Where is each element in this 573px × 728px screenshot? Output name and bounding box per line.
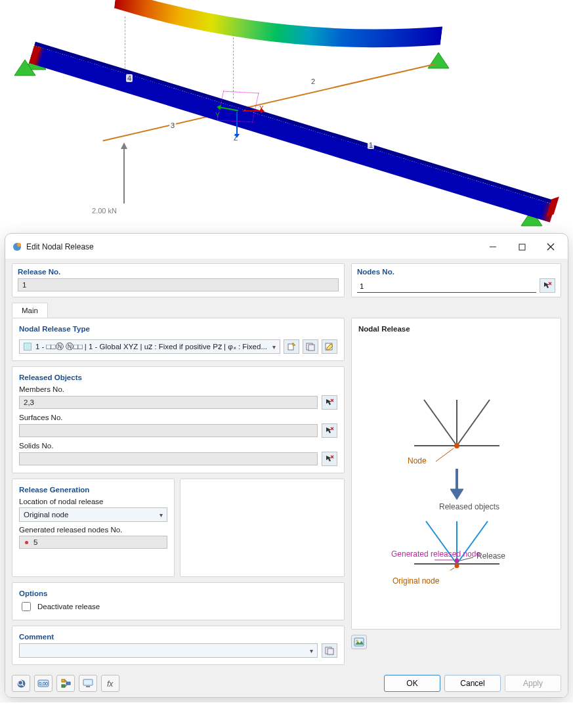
- nodes-no-input[interactable]: [357, 280, 536, 293]
- type-edit-button[interactable]: [322, 339, 337, 354]
- chevron-down-icon: ▾: [310, 647, 313, 654]
- trace-dash-mid: [233, 34, 234, 98]
- tab-main[interactable]: Main: [12, 303, 48, 318]
- pick-node-button[interactable]: [540, 278, 555, 293]
- location-value: Original node: [24, 511, 68, 519]
- help-button[interactable]: [12, 675, 30, 692]
- generated-nodes-value: 5: [33, 538, 37, 546]
- svg-point-29: [454, 443, 459, 448]
- nodal-release-type-panel: Nodal Release Type 1 - □□Ⓝ Ⓝ□□ | 1 - Glo…: [12, 318, 345, 361]
- app-icon: [12, 242, 22, 252]
- comment-panel: Comment ▾: [12, 626, 345, 665]
- deactivate-checkbox[interactable]: [22, 602, 31, 611]
- cancel-button[interactable]: Cancel: [444, 675, 501, 692]
- location-dropdown[interactable]: Original node ▾: [19, 507, 167, 522]
- minimize-button[interactable]: [478, 238, 507, 256]
- result-beam: [115, 0, 443, 41]
- label-generated: Generated released node: [391, 549, 437, 559]
- member-label-3: 3: [169, 121, 176, 129]
- deactivate-checkbox-row[interactable]: Deactivate release: [19, 600, 337, 613]
- surfaces-input[interactable]: [19, 424, 318, 437]
- member-label-4: 4: [126, 74, 133, 82]
- release-generation-panel: Release Generation Location of nodal rel…: [12, 479, 175, 577]
- members-input[interactable]: [19, 396, 318, 409]
- label-original-node: Original node: [393, 576, 439, 586]
- svg-rect-15: [308, 345, 314, 351]
- load-value: 2.00 kN: [92, 207, 117, 215]
- comment-section-title: Comment: [19, 633, 337, 641]
- deactivate-label: Deactivate release: [37, 603, 100, 610]
- axis-z-label: Z: [234, 135, 238, 142]
- type-swatch-icon: [24, 343, 32, 351]
- axis-z: [236, 112, 238, 135]
- comment-save-button[interactable]: [322, 643, 337, 658]
- blank-panel: [180, 479, 345, 577]
- svg-line-41: [437, 568, 454, 570]
- pick-solids-button[interactable]: [322, 452, 337, 466]
- svg-rect-7: [519, 244, 525, 250]
- svg-rect-50: [62, 685, 65, 687]
- svg-rect-51: [67, 682, 70, 685]
- svg-text:0,00: 0,00: [39, 681, 48, 686]
- axis-x-label: X: [259, 105, 264, 112]
- node-dot-icon: [25, 541, 28, 544]
- members-label: Members No.: [19, 385, 337, 393]
- svg-line-28: [457, 400, 490, 446]
- script-button[interactable]: fx: [101, 675, 119, 692]
- maximize-button[interactable]: [507, 238, 536, 256]
- generated-label: Generated released nodes No.: [19, 526, 167, 534]
- generation-section-title: Release Generation: [19, 486, 167, 494]
- generated-nodes-field: 5: [19, 536, 167, 549]
- member-label-1: 1: [368, 141, 374, 149]
- svg-rect-53: [86, 686, 90, 687]
- pick-surfaces-button[interactable]: [322, 423, 337, 438]
- location-label: Location of nodal release: [19, 498, 167, 505]
- svg-rect-52: [83, 679, 93, 685]
- dialog-button-row: 0,00 fx OK Cancel Apply: [5, 670, 568, 697]
- release-no-input[interactable]: [18, 278, 339, 291]
- options-section-title: Options: [19, 589, 337, 597]
- load-arrow: [123, 148, 125, 203]
- label-node: Node: [408, 456, 427, 465]
- edit-nodal-release-dialog: Edit Nodal Release Release No. Nodes No.: [5, 233, 568, 698]
- solids-input[interactable]: [19, 452, 318, 465]
- svg-point-37: [455, 559, 459, 563]
- member-label-2: 2: [310, 77, 316, 85]
- apply-button[interactable]: Apply: [505, 675, 561, 692]
- preview-title: Nodal Release: [358, 325, 554, 333]
- type-section-title: Nodal Release Type: [19, 325, 337, 333]
- units-button[interactable]: 0,00: [34, 675, 53, 692]
- svg-marker-32: [450, 489, 463, 500]
- display-button[interactable]: [79, 675, 97, 692]
- release-type-value: 1 - □□Ⓝ Ⓝ□□ | 1 - Global XYZ | uᴢ : Fixe…: [35, 342, 267, 352]
- release-type-dropdown[interactable]: 1 - □□Ⓝ Ⓝ□□ | 1 - Global XYZ | uᴢ : Fixe…: [19, 339, 280, 354]
- axis-y-label: Y: [215, 112, 220, 119]
- pick-members-button[interactable]: [322, 395, 337, 410]
- svg-rect-24: [328, 649, 333, 654]
- svg-marker-13: [293, 343, 295, 345]
- type-library-button[interactable]: [303, 339, 318, 354]
- nodes-no-box: Nodes No.: [351, 263, 561, 297]
- axis-x: [243, 110, 261, 112]
- comment-dropdown[interactable]: ▾: [19, 643, 318, 658]
- svg-text:fx: fx: [107, 679, 114, 689]
- svg-point-38: [455, 564, 459, 568]
- chevron-down-icon: ▾: [272, 343, 276, 351]
- solids-label: Solids No.: [19, 442, 337, 450]
- type-new-button[interactable]: [284, 339, 299, 354]
- chevron-down-icon: ▾: [159, 511, 163, 519]
- dialog-titlebar[interactable]: Edit Nodal Release: [5, 234, 568, 259]
- label-released-objects: Released objects: [439, 502, 499, 511]
- preview-panel: Nodal Release: [351, 318, 561, 630]
- label-release: Release: [477, 551, 505, 561]
- close-button[interactable]: [536, 238, 565, 256]
- released-section-title: Released Objects: [19, 374, 337, 381]
- dialog-title: Edit Nodal Release: [26, 242, 94, 251]
- preview-image-button[interactable]: [351, 635, 367, 649]
- model-viewport[interactable]: X Y Z 1 2 3 4 2.00 kN: [0, 0, 573, 233]
- tree-button[interactable]: [56, 675, 75, 692]
- ok-button[interactable]: OK: [384, 675, 440, 692]
- svg-rect-49: [62, 679, 65, 682]
- preview-diagram: [352, 334, 549, 570]
- svg-point-5: [17, 243, 21, 247]
